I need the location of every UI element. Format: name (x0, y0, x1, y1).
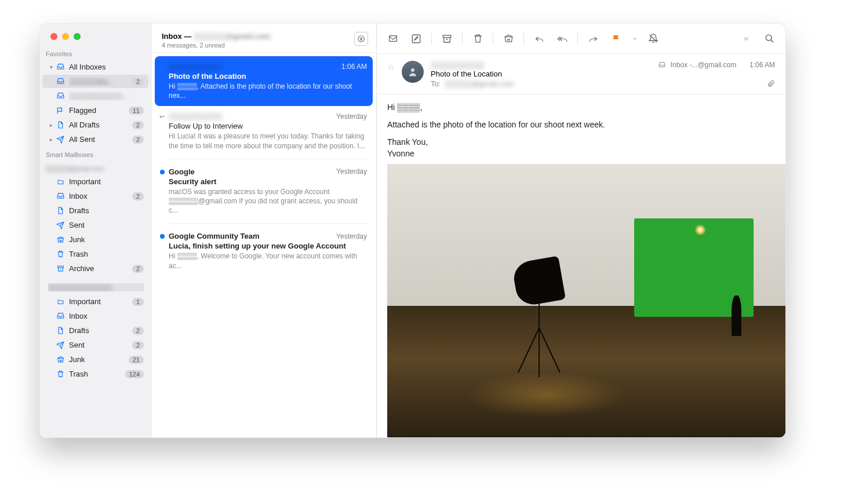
message-time: 1:06 AM (341, 63, 367, 71)
sidebar-item-important-b[interactable]: Important1 (42, 295, 148, 308)
sent-icon (55, 136, 66, 144)
junk-icon (55, 356, 66, 363)
sidebar-item-all-inboxes[interactable]: ▾ All Inboxes (42, 60, 148, 74)
flag-button[interactable] (606, 30, 627, 48)
count-badge: 2 (132, 341, 144, 349)
delete-button[interactable] (467, 30, 488, 48)
svg-point-5 (766, 35, 772, 41)
sidebar-item-label: Junk (69, 235, 144, 244)
sidebar-item-flagged[interactable]: Flagged 11 (42, 104, 148, 117)
archive-icon (55, 265, 66, 272)
sidebar-item-account-2[interactable]: ▒▒▒▒▒▒▒▒▒▒... (42, 89, 148, 103)
flag-icon (55, 107, 66, 115)
sidebar-item-junk-b[interactable]: Junk21 (42, 353, 148, 366)
sidebar-item-label: Archive (69, 264, 132, 273)
inbox-tray-icon (55, 63, 66, 71)
minimize-window-button[interactable] (62, 33, 69, 40)
count-badge: 2 (132, 78, 144, 86)
chevron-down-icon: ▾ (48, 64, 54, 70)
body-line: Thank You, (387, 137, 785, 147)
count-badge: 2 (132, 265, 144, 273)
sidebar-item-label: Important (69, 297, 132, 306)
svg-rect-4 (443, 35, 451, 38)
sidebar-item-important[interactable]: Important (42, 175, 148, 188)
mute-button[interactable] (643, 30, 664, 48)
message-row[interactable]: ▒▒▒▒▒▒▒▒▒▒1:06 AMPhoto of the LocationHi… (155, 56, 373, 106)
message-subject: Follow Up to Interview (169, 122, 367, 130)
paperclip-icon[interactable] (767, 79, 775, 87)
detail-pane: ☆ ▒▒▒▒▒▒▒▒▒▒ Photo of the Location To: ▒… (377, 24, 785, 437)
sidebar-item-junk[interactable]: Junk (42, 233, 148, 246)
sidebar-item-label: Sent (69, 221, 144, 229)
chevron-right-icon: ▸ (48, 137, 54, 143)
body-line: Hi ▒▒▒▒, (387, 103, 785, 112)
sidebar-item-trash[interactable]: Trash (42, 247, 148, 261)
body-line: Yvonne (387, 149, 785, 158)
message-time: Yesterday (336, 232, 367, 240)
unread-dot-icon (160, 234, 165, 239)
drafts-icon (55, 206, 66, 215)
unread-dot-icon (160, 170, 165, 174)
message-time: Yesterday (336, 112, 367, 120)
sidebar-item-archive[interactable]: Archive2 (42, 262, 148, 275)
message-row[interactable]: ↩▒▒▒▒▒▒▒▒▒▒YesterdayFollow Up to Intervi… (155, 106, 373, 156)
get-mail-button[interactable] (383, 30, 403, 48)
account-a-header[interactable]: ▒▒▒▒▒@gmail.com (40, 160, 151, 174)
sidebar-item-all-drafts[interactable]: ▸ All Drafts 2 (42, 118, 148, 132)
sidebar-item-inbox[interactable]: Inbox2 (42, 189, 148, 203)
sidebar-item-label: Inbox (69, 312, 144, 320)
mail-window: Favorites ▾ All Inboxes ▒▒▒▒▒@g... 2 ▒▒▒… (39, 23, 786, 438)
archive-button[interactable] (436, 30, 457, 48)
favorites-section-label: Favorites (40, 46, 151, 60)
sidebar-item-inbox-b[interactable]: Inbox (42, 309, 148, 323)
sidebar-item-account-1[interactable]: ▒▒▒▒▒@g... 2 (42, 75, 148, 88)
sidebar-item-label: Drafts (69, 326, 132, 335)
smart-mailboxes-label: Smart Mailboxes (40, 147, 151, 160)
message-row[interactable]: GoogleYesterdaySecurity alertmacOS was g… (155, 162, 373, 221)
inbox-icon (55, 192, 66, 200)
close-window-button[interactable] (50, 33, 57, 40)
attachment-image[interactable] (387, 164, 785, 437)
fullscreen-window-button[interactable] (74, 33, 81, 40)
count-badge: 2 (132, 192, 144, 200)
sidebar-item-label: ▒▒▒▒▒▒▒▒▒▒▒▒ (48, 283, 144, 291)
sidebar-item-trash-b[interactable]: Trash124 (42, 367, 148, 381)
inbox-icon (55, 92, 66, 100)
sidebar-item-all-sent[interactable]: ▸ All Sent 2 (42, 133, 148, 146)
message-subject: Security alert (169, 177, 367, 186)
compose-button[interactable] (406, 30, 427, 48)
sidebar-item-label: Trash (69, 250, 144, 258)
sidebar-item-sent-b[interactable]: Sent2 (42, 338, 148, 352)
overflow-button[interactable] (736, 30, 756, 48)
flag-menu-button[interactable] (629, 30, 641, 48)
chevron-right-icon: ▸ (48, 122, 54, 128)
message-from: Google (169, 167, 336, 176)
sidebar-item-label: ▒▒▒▒▒@g... (69, 77, 132, 86)
reply-all-button[interactable] (552, 30, 573, 48)
replied-icon: ↩ (159, 113, 165, 120)
sidebar-item-drafts[interactable]: Drafts (42, 204, 148, 217)
drafts-icon (55, 326, 66, 335)
search-button[interactable] (759, 30, 780, 48)
svg-rect-2 (390, 36, 397, 42)
sidebar-item-sent[interactable]: Sent (42, 218, 148, 232)
account-b-header[interactable]: ▒▒▒▒▒▒▒▒▒▒▒▒ (42, 281, 148, 294)
count-badge: 21 (129, 356, 144, 364)
reply-button[interactable] (529, 30, 550, 48)
sidebar-item-label: Flagged (69, 106, 129, 115)
list-subtitle: 4 messages, 2 unread (162, 42, 270, 49)
header-mailbox[interactable]: Inbox -...@gmail.com (671, 61, 737, 69)
filter-button[interactable] (354, 32, 368, 46)
message-row[interactable]: Google Community TeamYesterdayLucia, fin… (155, 226, 373, 276)
list-title: Inbox — ▒▒▒▒▒▒@gmail.com (162, 32, 270, 41)
junk-button[interactable] (498, 30, 519, 48)
drafts-icon (55, 120, 66, 129)
message-subject: Photo of the Location (169, 72, 367, 81)
forward-button[interactable] (583, 30, 603, 48)
sidebar-item-label: Junk (69, 355, 129, 364)
star-icon[interactable]: ☆ (387, 61, 395, 72)
sidebar-item-drafts-b[interactable]: Drafts2 (42, 324, 148, 337)
message-list[interactable]: ▒▒▒▒▒▒▒▒▒▒1:06 AMPhoto of the LocationHi… (151, 53, 376, 437)
svg-rect-0 (57, 266, 63, 268)
trash-icon (55, 250, 66, 258)
